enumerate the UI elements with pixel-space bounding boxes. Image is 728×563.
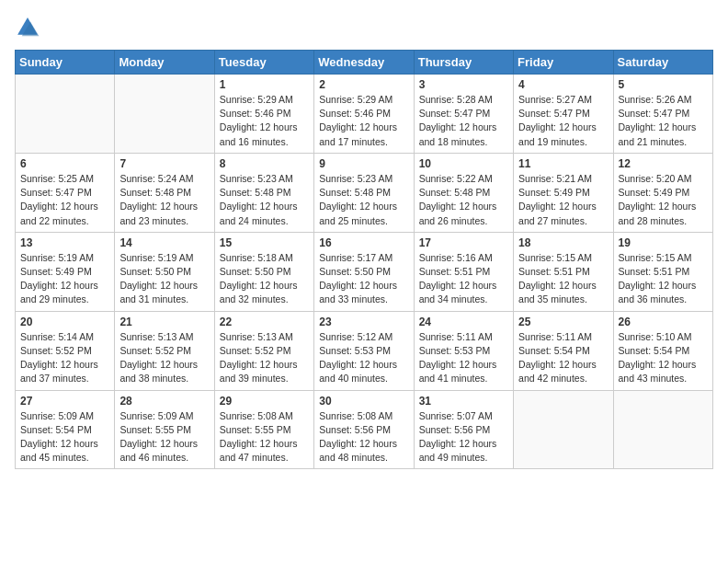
- daylight-text: Daylight: 12 hours and 35 minutes.: [518, 280, 597, 304]
- sunrise-text: Sunrise: 5:08 AM: [319, 410, 392, 421]
- sunset-text: Sunset: 5:49 PM: [20, 266, 92, 277]
- daylight-text: Daylight: 12 hours and 18 minutes.: [419, 121, 497, 146]
- logo-icon: [15, 15, 40, 40]
- day-number: 24: [419, 316, 508, 328]
- sunrise-text: Sunrise: 5:18 AM: [220, 252, 293, 263]
- day-info: Sunrise: 5:17 AMSunset: 5:50 PMDaylight:…: [319, 251, 408, 307]
- sunset-text: Sunset: 5:50 PM: [319, 266, 391, 277]
- daylight-text: Daylight: 12 hours and 36 minutes.: [619, 280, 697, 304]
- day-number: 19: [619, 236, 708, 249]
- day-info: Sunrise: 5:20 AMSunset: 5:49 PMDaylight:…: [619, 172, 708, 228]
- sunrise-text: Sunrise: 5:26 AM: [619, 94, 692, 105]
- day-info: Sunrise: 5:11 AMSunset: 5:53 PMDaylight:…: [419, 330, 508, 386]
- calendar-cell: 3Sunrise: 5:28 AMSunset: 5:47 PMDaylight…: [414, 75, 513, 154]
- day-number: 30: [319, 395, 408, 408]
- day-info: Sunrise: 5:29 AMSunset: 5:46 PMDaylight:…: [319, 93, 408, 149]
- sunset-text: Sunset: 5:50 PM: [119, 266, 191, 277]
- sunrise-text: Sunrise: 5:08 AM: [220, 410, 293, 421]
- sunrise-text: Sunrise: 5:11 AM: [419, 331, 493, 342]
- day-info: Sunrise: 5:23 AMSunset: 5:48 PMDaylight:…: [220, 172, 309, 228]
- day-info: Sunrise: 5:16 AMSunset: 5:51 PMDaylight:…: [419, 251, 508, 307]
- calendar-cell: 17Sunrise: 5:16 AMSunset: 5:51 PMDayligh…: [414, 232, 513, 311]
- calendar-cell: 18Sunrise: 5:15 AMSunset: 5:51 PMDayligh…: [514, 232, 613, 311]
- sunrise-text: Sunrise: 5:07 AM: [419, 410, 493, 421]
- day-info: Sunrise: 5:10 AMSunset: 5:54 PMDaylight:…: [619, 330, 708, 386]
- calendar-cell: 20Sunrise: 5:14 AMSunset: 5:52 PMDayligh…: [16, 311, 115, 390]
- daylight-text: Daylight: 12 hours and 27 minutes.: [518, 201, 597, 225]
- sunrise-text: Sunrise: 5:25 AM: [20, 173, 94, 184]
- sunrise-text: Sunrise: 5:11 AM: [518, 331, 592, 342]
- sunrise-text: Sunrise: 5:13 AM: [119, 331, 193, 342]
- sunset-text: Sunset: 5:48 PM: [419, 187, 491, 198]
- sunrise-text: Sunrise: 5:13 AM: [220, 331, 293, 342]
- calendar-cell: 8Sunrise: 5:23 AMSunset: 5:48 PMDaylight…: [214, 153, 313, 232]
- day-info: Sunrise: 5:22 AMSunset: 5:48 PMDaylight:…: [419, 172, 508, 228]
- sunset-text: Sunset: 5:53 PM: [419, 345, 491, 356]
- daylight-text: Daylight: 12 hours and 23 minutes.: [119, 201, 198, 225]
- day-number: 17: [419, 236, 508, 249]
- day-number: 9: [319, 157, 408, 170]
- day-number: 10: [419, 157, 508, 170]
- calendar-cell: 31Sunrise: 5:07 AMSunset: 5:56 PMDayligh…: [414, 390, 513, 469]
- calendar-week-row: 1Sunrise: 5:29 AMSunset: 5:46 PMDaylight…: [16, 75, 713, 154]
- sunset-text: Sunset: 5:46 PM: [220, 108, 291, 119]
- daylight-text: Daylight: 12 hours and 28 minutes.: [619, 201, 697, 225]
- sunset-text: Sunset: 5:47 PM: [20, 187, 92, 198]
- calendar-cell: 10Sunrise: 5:22 AMSunset: 5:48 PMDayligh…: [414, 153, 513, 232]
- day-number: 18: [518, 236, 608, 249]
- daylight-text: Daylight: 12 hours and 43 minutes.: [619, 359, 697, 384]
- day-info: Sunrise: 5:12 AMSunset: 5:53 PMDaylight:…: [319, 330, 408, 386]
- day-info: Sunrise: 5:21 AMSunset: 5:49 PMDaylight:…: [518, 172, 608, 228]
- sunset-text: Sunset: 5:48 PM: [119, 187, 191, 198]
- day-number: 16: [319, 236, 408, 249]
- sunrise-text: Sunrise: 5:22 AM: [419, 173, 493, 184]
- sunset-text: Sunset: 5:54 PM: [518, 345, 590, 356]
- day-number: 22: [220, 316, 309, 328]
- sunset-text: Sunset: 5:51 PM: [419, 266, 491, 277]
- sunrise-text: Sunrise: 5:09 AM: [119, 410, 193, 421]
- day-number: 11: [518, 157, 608, 170]
- day-number: 29: [220, 395, 309, 408]
- sunrise-text: Sunrise: 5:19 AM: [20, 252, 94, 263]
- calendar-cell: [613, 390, 712, 469]
- sunset-text: Sunset: 5:54 PM: [20, 424, 92, 435]
- weekday-header-thursday: Thursday: [414, 51, 513, 75]
- daylight-text: Daylight: 12 hours and 45 minutes.: [20, 438, 98, 463]
- daylight-text: Daylight: 12 hours and 48 minutes.: [319, 438, 397, 463]
- sunrise-text: Sunrise: 5:23 AM: [319, 173, 392, 184]
- day-number: 8: [220, 157, 309, 170]
- daylight-text: Daylight: 12 hours and 31 minutes.: [119, 280, 198, 304]
- day-number: 20: [20, 316, 109, 328]
- sunset-text: Sunset: 5:56 PM: [319, 424, 391, 435]
- calendar-cell: 30Sunrise: 5:08 AMSunset: 5:56 PMDayligh…: [314, 390, 414, 469]
- sunrise-text: Sunrise: 5:29 AM: [220, 94, 293, 105]
- weekday-header-tuesday: Tuesday: [214, 51, 313, 75]
- daylight-text: Daylight: 12 hours and 46 minutes.: [119, 438, 198, 463]
- calendar-cell: 25Sunrise: 5:11 AMSunset: 5:54 PMDayligh…: [514, 311, 613, 390]
- sunrise-text: Sunrise: 5:24 AM: [119, 173, 193, 184]
- day-info: Sunrise: 5:15 AMSunset: 5:51 PMDaylight:…: [518, 251, 608, 307]
- sunset-text: Sunset: 5:54 PM: [619, 345, 690, 356]
- day-number: 3: [419, 78, 508, 91]
- sunrise-text: Sunrise: 5:15 AM: [518, 252, 592, 263]
- weekday-header-saturday: Saturday: [613, 51, 712, 75]
- daylight-text: Daylight: 12 hours and 33 minutes.: [319, 280, 397, 304]
- sunset-text: Sunset: 5:55 PM: [220, 424, 291, 435]
- daylight-text: Daylight: 12 hours and 39 minutes.: [220, 359, 298, 384]
- sunrise-text: Sunrise: 5:15 AM: [619, 252, 692, 263]
- calendar-cell: 28Sunrise: 5:09 AMSunset: 5:55 PMDayligh…: [115, 390, 214, 469]
- daylight-text: Daylight: 12 hours and 41 minutes.: [419, 359, 497, 384]
- day-info: Sunrise: 5:08 AMSunset: 5:55 PMDaylight:…: [220, 409, 309, 465]
- daylight-text: Daylight: 12 hours and 47 minutes.: [220, 438, 298, 463]
- day-info: Sunrise: 5:07 AMSunset: 5:56 PMDaylight:…: [419, 409, 508, 465]
- day-number: 2: [319, 78, 408, 91]
- calendar-cell: 12Sunrise: 5:20 AMSunset: 5:49 PMDayligh…: [613, 153, 712, 232]
- day-number: 7: [119, 157, 209, 170]
- day-number: 14: [119, 236, 209, 249]
- daylight-text: Daylight: 12 hours and 17 minutes.: [319, 121, 397, 146]
- day-info: Sunrise: 5:19 AMSunset: 5:49 PMDaylight:…: [20, 251, 109, 307]
- daylight-text: Daylight: 12 hours and 49 minutes.: [419, 438, 497, 463]
- calendar-cell: [514, 390, 613, 469]
- calendar-cell: 26Sunrise: 5:10 AMSunset: 5:54 PMDayligh…: [613, 311, 712, 390]
- calendar-table: SundayMondayTuesdayWednesdayThursdayFrid…: [15, 50, 713, 469]
